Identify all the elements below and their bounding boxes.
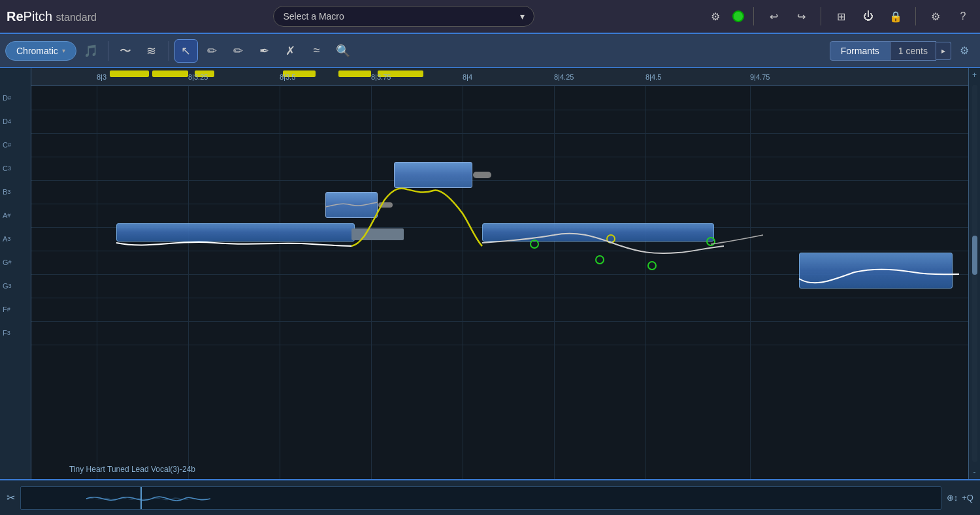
rest-block[interactable]	[351, 228, 404, 240]
erase-tool[interactable]: ✗	[279, 39, 302, 63]
macro-label: Select a Macro	[283, 11, 344, 22]
cut-button[interactable]: ✂	[7, 492, 15, 504]
grid-col	[188, 86, 189, 479]
right-scrollbar: + -	[968, 68, 980, 479]
control-point-green-3[interactable]	[647, 261, 657, 270]
grid-col	[750, 86, 751, 479]
draw-tool[interactable]: ✏	[227, 39, 250, 63]
app-title: RePitch standard	[7, 9, 97, 24]
bottom-controls: ⊕↕ +Q	[947, 493, 973, 503]
scroll-track[interactable]	[972, 85, 977, 462]
zoom-in-btn[interactable]: +Q	[962, 493, 973, 503]
scroll-zoom-out[interactable]: -	[973, 467, 976, 476]
marker-8-4: 8|4	[463, 73, 472, 81]
mini-waveform[interactable]	[20, 486, 941, 510]
grid-row	[31, 321, 968, 322]
marker-8-4-25: 8|4.25	[554, 73, 574, 81]
top-bar: RePitch standard Select a Macro ▾ ⚙ ↩ ↪ …	[0, 0, 980, 34]
marker-9-4-75: 9|4.75	[750, 73, 770, 81]
marker-8-3-25: 8|3.25	[188, 73, 208, 81]
grid-row	[31, 133, 968, 134]
note-block-a3-2[interactable]	[482, 223, 714, 242]
key-c3: C3	[0, 157, 31, 180]
note-block-g3[interactable]	[799, 253, 953, 289]
tool-sep-2	[169, 41, 169, 61]
bottom-bar: ✂ ⊕↕ +Q	[0, 479, 980, 515]
timeline: 8|3 8|3.25 8|3.5 8|3.75 8|4 8|4.25 8|4.5…	[31, 68, 968, 86]
tool-sep-1	[108, 41, 108, 61]
grid-row	[31, 110, 968, 110]
scroll-thumb[interactable]	[972, 236, 977, 275]
macro-dropdown[interactable]: Select a Macro ▾	[273, 6, 534, 27]
toolbar: Chromatic ▾ 🎵 〜 ≋ ↖ ✏ ✏ ✒ ✗ ≈ 🔍 Formants…	[0, 34, 980, 68]
control-point-green-4[interactable]	[706, 237, 715, 246]
grid-button[interactable]: ⊞	[830, 6, 851, 27]
grid-row	[31, 345, 968, 345]
marker-8-4-5: 8|4.5	[645, 73, 661, 81]
lock-button[interactable]: 🔒	[885, 6, 906, 27]
formants-section: Formants 1 cents ▸	[830, 41, 951, 61]
key-a-sharp: A#	[0, 204, 31, 227]
note-block-a3-1[interactable]	[116, 223, 355, 242]
grid-col	[645, 86, 646, 479]
zoom-out-btn[interactable]: ⊕↕	[947, 493, 958, 503]
timeline-segment	[110, 70, 149, 77]
app-pitch: Pitch	[24, 9, 52, 23]
curve-tool[interactable]: ✒	[253, 39, 276, 63]
config-button[interactable]: ⚙	[925, 6, 946, 27]
scroll-zoom-in[interactable]: +	[972, 70, 977, 80]
key-g3: G3	[0, 274, 31, 298]
timeline-segment	[152, 70, 188, 77]
grid-row	[31, 251, 968, 251]
macro-arrow: ▾	[520, 11, 525, 22]
grid	[31, 86, 968, 479]
control-point-green-1[interactable]	[530, 240, 539, 249]
main-area: D# D4 C# C3 B3 A# A3 G# G3 F# F3 8|3 8|3…	[0, 68, 980, 479]
formants-button[interactable]: Formants	[830, 41, 890, 61]
pencil-tool[interactable]: ✏	[201, 39, 224, 63]
canvas-area[interactable]: 8|3 8|3.25 8|3.5 8|3.75 8|4 8|4.25 8|4.5…	[31, 68, 968, 479]
divider-3	[915, 7, 916, 25]
key-c-sharp: C#	[0, 133, 31, 157]
status-indicator	[732, 10, 744, 22]
grid-col	[371, 86, 372, 479]
search-tool[interactable]: 🔍	[331, 39, 355, 63]
select-tool[interactable]: ↖	[174, 39, 198, 63]
app-standard: standard	[56, 12, 97, 23]
key-g-sharp: G#	[0, 251, 31, 274]
undo-button[interactable]: ↩	[763, 6, 784, 27]
grid-row	[31, 204, 968, 204]
control-point-green-2[interactable]	[595, 255, 604, 264]
grid-row	[31, 298, 968, 298]
file-label: Tiny Heart Tuned Lead Vocal(3)-24b	[69, 465, 195, 474]
vibrato2-tool[interactable]: ≈	[305, 39, 329, 63]
tune-settings[interactable]: ⚙	[954, 40, 975, 61]
timeline-segment	[338, 70, 371, 77]
power-button[interactable]: ⏻	[858, 6, 879, 27]
divider-2	[821, 7, 821, 25]
grid-col	[554, 86, 555, 479]
vibrato-tool[interactable]: ≋	[140, 39, 163, 63]
wave-tool[interactable]: 〜	[114, 39, 137, 63]
redo-button[interactable]: ↪	[791, 6, 811, 27]
grid-col	[280, 86, 280, 479]
note-block-b3-1[interactable]	[325, 192, 378, 218]
help-button[interactable]: ?	[953, 6, 973, 27]
control-point-yellow[interactable]	[606, 234, 615, 243]
settings-icon[interactable]: ⚙	[705, 6, 726, 27]
grid-col	[463, 86, 463, 479]
key-lock-tool[interactable]: 🎵	[79, 39, 103, 63]
app-re: Re	[7, 9, 24, 23]
mini-playhead	[140, 487, 142, 509]
grid-row	[31, 157, 968, 157]
scale-label: Chromatic	[16, 46, 58, 56]
key-d4: D4	[0, 110, 31, 133]
grid-row	[31, 180, 968, 181]
scale-selector[interactable]: Chromatic ▾	[5, 41, 76, 61]
formants-expand[interactable]: ▸	[936, 42, 951, 60]
note-block-c3[interactable]	[394, 162, 472, 188]
divider-1	[753, 7, 754, 25]
scale-arrow: ▾	[62, 47, 65, 54]
key-f-sharp: F#	[0, 298, 31, 321]
marker-8-3: 8|3	[97, 73, 106, 81]
